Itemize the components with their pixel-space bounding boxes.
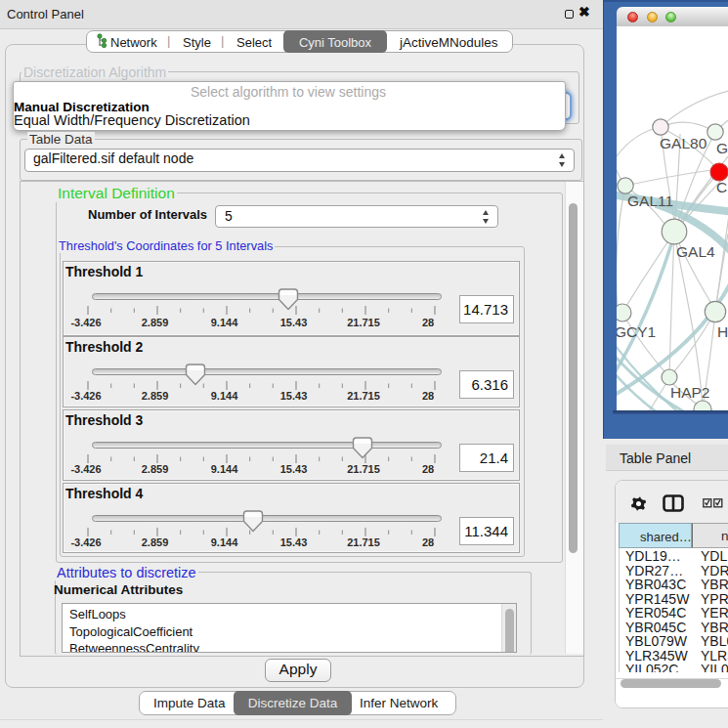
svg-text:GCY1: GCY1 (617, 323, 656, 340)
svg-text:H: H (717, 323, 728, 340)
svg-text:GAL11: GAL11 (627, 193, 673, 209)
svg-text:HAP2: HAP2 (670, 384, 710, 401)
svg-text:GAL80: GAL80 (660, 135, 707, 151)
svg-text:GA: GA (716, 140, 728, 156)
svg-text:C: C (716, 179, 727, 195)
svg-text:GAL4: GAL4 (676, 243, 715, 260)
